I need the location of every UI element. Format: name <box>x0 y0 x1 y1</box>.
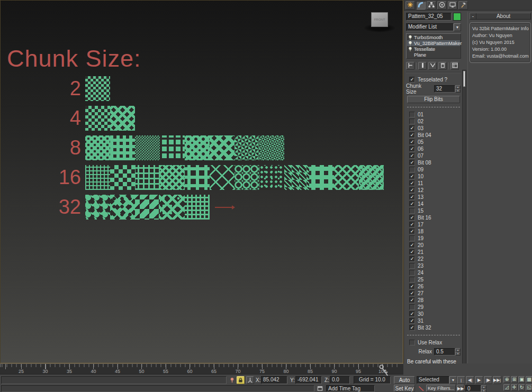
pattern-swatch-checker[interactable] <box>85 106 110 131</box>
relax-value[interactable]: 0.5 <box>434 348 455 355</box>
panel-scrollbar-thumb[interactable] <box>463 71 465 87</box>
pattern-swatch-weave[interactable] <box>210 135 235 160</box>
bit-checkbox-10[interactable]: ✓ <box>409 174 415 179</box>
pattern-swatch-chainmail[interactable] <box>334 165 359 190</box>
bit-checkbox-29[interactable] <box>409 304 415 310</box>
panel-scrollbar[interactable] <box>462 70 466 369</box>
modifier-list-arrow-icon[interactable]: ▼ <box>454 23 461 31</box>
selection-lock-toggle[interactable] <box>237 376 245 384</box>
zoom-extents-button[interactable]: ▣ <box>518 376 525 383</box>
pattern-swatch-pinwheel-swirl[interactable] <box>135 195 160 220</box>
bit-checkbox-21[interactable]: ✓ <box>409 249 415 255</box>
tab-create[interactable] <box>405 1 415 10</box>
bit-checkbox-26[interactable]: ✓ <box>409 284 415 289</box>
play-button[interactable]: ▶ <box>475 376 483 384</box>
bit-checkbox-bit-32[interactable]: ✓ <box>409 325 415 331</box>
pattern-swatch-lattice[interactable] <box>110 106 135 131</box>
field-of-view-button[interactable]: ◿ <box>503 384 510 391</box>
pattern-swatch-swirl-hooks[interactable] <box>359 165 384 190</box>
window-toggle-icon[interactable] <box>316 385 324 392</box>
spin-down-icon[interactable]: ▼ <box>455 89 461 93</box>
about-rollout-header[interactable]: - About <box>470 13 531 20</box>
bit-checkbox-28[interactable]: ✓ <box>409 297 415 303</box>
auto-key-button[interactable]: Auto Key <box>394 376 415 384</box>
add-time-tag-field[interactable]: Add Time Tag <box>326 385 375 392</box>
bit-checkbox-13[interactable]: ✓ <box>409 194 415 200</box>
tab-utilities[interactable] <box>458 1 468 10</box>
tesselated-checkbox[interactable]: ✓ <box>409 77 415 83</box>
stack-item-tessellate[interactable]: Tessellate <box>407 46 460 52</box>
pattern-swatch-knot-weave[interactable] <box>110 195 135 220</box>
zoom-all-button[interactable]: ⊞ <box>511 376 518 383</box>
relax-spinner[interactable]: 0.5 ▲▼ <box>434 348 461 355</box>
bit-checkbox-17[interactable]: ✓ <box>409 222 415 227</box>
key-mode-toggle[interactable]: ▶▶ <box>457 385 464 392</box>
frame-spin-arrows[interactable]: ▲▼ <box>481 385 486 392</box>
stack-item-turbosmooth[interactable]: TurboSmooth <box>407 34 460 40</box>
bit-checkbox-bit-04[interactable]: ✓ <box>409 132 415 138</box>
bit-checkbox-09[interactable] <box>409 167 415 172</box>
bit-checkbox-06[interactable]: ✓ <box>409 146 415 152</box>
spin-up-icon[interactable]: ▲ <box>455 348 461 352</box>
key-filters-button[interactable]: Key Filters... <box>426 385 456 392</box>
bit-checkbox-14[interactable]: ✓ <box>409 201 415 207</box>
bit-checkbox-20[interactable]: ✓ <box>409 242 415 248</box>
chunk-size-spinner[interactable]: 32 ▲▼ <box>434 85 461 93</box>
relax-spin-arrows[interactable]: ▲▼ <box>455 348 461 355</box>
object-color-swatch[interactable] <box>453 13 461 21</box>
bit-checkbox-23[interactable] <box>409 263 415 269</box>
go-to-start-button[interactable]: |◀◀ <box>457 376 465 384</box>
flip-bits-button[interactable]: Flip Bits <box>407 96 460 103</box>
current-frame-field[interactable]: 0 <box>465 385 481 392</box>
zoom-extents-all-button[interactable]: ▩ <box>526 376 532 383</box>
bit-checkbox-19[interactable] <box>409 235 415 241</box>
stack-tool-configure-modifier-sets[interactable] <box>450 62 459 70</box>
track-bar[interactable] <box>1 376 227 384</box>
spin-down-icon[interactable]: ▼ <box>455 352 461 355</box>
bit-checkbox-02[interactable] <box>409 118 415 124</box>
modifier-bulb-icon[interactable] <box>408 41 412 46</box>
bit-checkbox-03[interactable]: ✓ <box>409 125 415 131</box>
collapse-icon[interactable]: - <box>470 13 476 19</box>
spin-down-icon[interactable]: ▼ <box>481 389 486 392</box>
bit-checkbox-bit-08[interactable]: ✓ <box>409 160 415 166</box>
pattern-swatch-dot-holes[interactable] <box>185 135 210 160</box>
stack-item-plane[interactable]: Plane <box>407 52 460 58</box>
pattern-swatch-puzzle-cross[interactable] <box>309 165 334 190</box>
stack-tool-make-unique[interactable] <box>428 62 437 70</box>
y-coordinate-field[interactable]: -692.041 <box>295 376 322 384</box>
bit-checkbox-01[interactable] <box>409 112 415 117</box>
pattern-swatch-dense-maze[interactable] <box>185 195 210 220</box>
set-key-brush-icon[interactable] <box>417 385 425 392</box>
x-coordinate-field[interactable]: 85.042 <box>261 376 287 384</box>
xyz-coordinates-icon[interactable] <box>246 376 254 384</box>
timeline-ruler[interactable]: 253035404550556065707580859095100 <box>0 363 403 375</box>
bit-checkbox-30[interactable]: ✓ <box>409 311 415 317</box>
next-frame-button[interactable]: |▶ <box>484 376 492 384</box>
pattern-swatch-square-holes[interactable] <box>110 135 135 160</box>
bit-checkbox-24[interactable] <box>409 270 415 276</box>
pattern-swatch-pinwheel-fine[interactable] <box>259 135 284 160</box>
pattern-swatch-diamond-rings[interactable] <box>110 165 135 190</box>
selection-set-dropdown[interactable]: Selected <box>417 376 449 384</box>
pattern-swatch-scatter[interactable] <box>259 165 284 190</box>
z-coordinate-field[interactable]: 0.0 <box>330 376 350 384</box>
tab-modify[interactable] <box>416 1 426 10</box>
zoom-button[interactable]: ⊕ <box>503 376 510 383</box>
pattern-swatch-greek-key[interactable] <box>135 165 160 190</box>
bit-checkbox-bit-16[interactable]: ✓ <box>409 215 415 221</box>
bit-checkbox-22[interactable]: ✓ <box>409 256 415 262</box>
maximize-viewport-button[interactable]: ◱ <box>526 384 532 391</box>
pattern-swatch-x-knot[interactable] <box>160 195 185 220</box>
stack-tool-show-end-result[interactable] <box>418 62 427 70</box>
go-to-end-button[interactable]: ▶▶| <box>493 376 501 384</box>
viewcube-front-face[interactable]: FRONT <box>371 12 388 27</box>
bit-checkbox-27[interactable]: ✓ <box>409 290 415 296</box>
pattern-swatch-star-swirl[interactable] <box>85 195 110 220</box>
pattern-swatch-cross-stars[interactable] <box>185 165 210 190</box>
pattern-swatch-houndstooth[interactable] <box>284 165 309 190</box>
pattern-swatch-maze[interactable] <box>85 165 110 190</box>
tab-hierarchy[interactable] <box>427 1 436 10</box>
stack-tool-pin-stack[interactable] <box>406 62 414 70</box>
pattern-swatch-x-lattice[interactable] <box>210 165 235 190</box>
